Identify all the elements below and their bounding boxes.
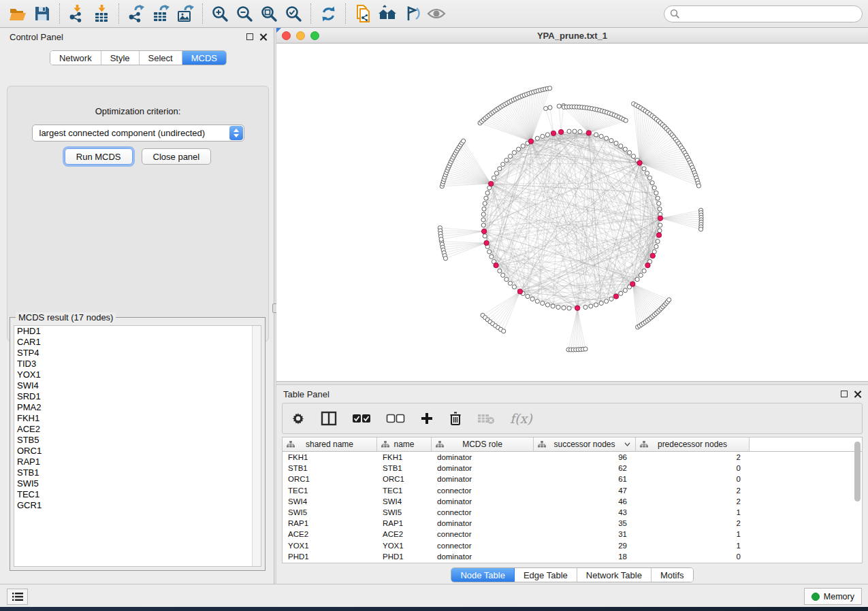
zoom-out-icon[interactable]: [232, 2, 257, 25]
select-all-checkboxes-icon[interactable]: [352, 414, 371, 423]
zoom-in-icon[interactable]: [208, 2, 232, 25]
hide-selected-icon[interactable]: [400, 2, 424, 25]
frame-resize-corner[interactable]: [276, 28, 281, 33]
task-history-button[interactable]: [7, 589, 28, 605]
tab-edge-table[interactable]: Edge Table: [515, 568, 577, 582]
network-node: [484, 196, 488, 200]
tab-network[interactable]: Network: [50, 51, 101, 65]
table-row[interactable]: RAP1RAP1dominator352: [283, 518, 862, 529]
mcds-result-item[interactable]: PHD1: [14, 326, 261, 337]
mcds-result-item[interactable]: RAP1: [14, 457, 261, 467]
table-scrollbar[interactable]: [854, 442, 861, 501]
mcds-result-item[interactable]: SWI4: [14, 380, 261, 391]
cell-MCDS-role: dominator: [432, 475, 534, 483]
network-node: [583, 347, 588, 351]
tab-style[interactable]: Style: [101, 51, 140, 65]
memory-button[interactable]: Memory: [804, 588, 862, 605]
zoom-selected-icon[interactable]: [281, 2, 306, 25]
close-panel-icon[interactable]: [259, 33, 267, 41]
mcds-result-list[interactable]: PHD1CAR1STP4TID3YOX1SWI4SRD1PMA2FKH1ACE2…: [14, 325, 261, 567]
network-graph-canvas[interactable]: [276, 44, 868, 381]
table-row[interactable]: SWI4SWI4dominator462: [283, 496, 862, 507]
tab-mcds[interactable]: MCDS: [182, 51, 226, 65]
network-node: [599, 134, 603, 138]
mcds-result-item[interactable]: STB5: [14, 435, 261, 446]
network-node: [501, 162, 505, 166]
mcds-result-item[interactable]: SWI5: [14, 478, 261, 489]
column-header-successor-nodes[interactable]: successor nodes: [534, 437, 636, 451]
table-row[interactable]: YOX1YOX1connector291: [283, 540, 862, 551]
list-icon: [12, 592, 24, 601]
import-network-icon[interactable]: [65, 2, 89, 25]
mcds-result-item[interactable]: TID3: [14, 359, 261, 369]
criterion-select[interactable]: largest connected component (undirected): [32, 125, 244, 142]
mcds-result-item[interactable]: STB1: [14, 467, 261, 478]
mcds-result-item[interactable]: ORC1: [14, 446, 261, 457]
close-window-icon[interactable]: [282, 31, 291, 40]
tab-network-table[interactable]: Network Table: [577, 568, 652, 582]
mcds-result-item[interactable]: TEC1: [14, 489, 261, 500]
delete-column-trash-icon[interactable]: [449, 411, 462, 426]
first-neighbors-icon[interactable]: [375, 2, 400, 25]
close-panel-icon[interactable]: [854, 391, 861, 398]
table-row[interactable]: SWI5SWI5connector431: [283, 507, 862, 518]
mcds-result-item[interactable]: YOX1: [14, 369, 261, 380]
clone-network-icon[interactable]: [351, 2, 375, 25]
mcds-result-item[interactable]: STP4: [14, 348, 261, 359]
tab-select[interactable]: Select: [140, 51, 182, 65]
column-header-predecessor-nodes[interactable]: predecessor nodes: [636, 437, 750, 451]
cell-shared-name: FKH1: [283, 453, 377, 461]
network-node: [498, 167, 502, 171]
mcds-list-scrollbar[interactable]: [252, 326, 261, 566]
zoom-fit-icon[interactable]: [257, 2, 281, 25]
network-node: [657, 201, 661, 205]
mcds-result-item[interactable]: CAR1: [14, 337, 261, 348]
open-file-icon[interactable]: [5, 2, 30, 25]
mcds-result-item[interactable]: ACE2: [14, 424, 261, 435]
delete-table-icon[interactable]: [477, 412, 495, 425]
refresh-icon[interactable]: [316, 2, 340, 25]
add-column-icon[interactable]: [420, 412, 434, 425]
mcds-result-item[interactable]: FKH1: [14, 413, 261, 424]
network-node: [623, 147, 627, 151]
mcds-result-item[interactable]: PMA2: [14, 402, 261, 413]
toolbar-separator: [310, 3, 311, 24]
export-network-icon[interactable]: [124, 2, 148, 25]
mcds-result-item[interactable]: SRD1: [14, 391, 261, 402]
network-node: [647, 176, 652, 180]
network-node: [512, 150, 516, 154]
function-builder-icon[interactable]: f(x): [510, 411, 532, 426]
import-table-icon[interactable]: [89, 2, 114, 25]
cell-MCDS-role: dominator: [432, 453, 534, 461]
table-row[interactable]: TEC1TEC1connector472: [283, 485, 862, 496]
table-row[interactable]: PHD1PHD1dominator180: [283, 551, 862, 562]
close-panel-button[interactable]: Close panel: [142, 148, 212, 165]
show-hidden-eye-icon[interactable]: [424, 2, 449, 25]
column-header-name[interactable]: name: [377, 437, 432, 451]
export-image-icon[interactable]: [173, 2, 197, 25]
search-input[interactable]: [684, 9, 856, 18]
maximize-window-icon[interactable]: [310, 31, 319, 40]
run-mcds-button[interactable]: Run MCDS: [65, 148, 133, 165]
mcds-result-item[interactable]: GCR1: [14, 500, 261, 511]
save-icon[interactable]: [30, 2, 54, 25]
status-bar: Memory: [0, 584, 868, 607]
float-window-icon[interactable]: [841, 391, 848, 397]
minimize-window-icon[interactable]: [296, 31, 305, 40]
float-window-icon[interactable]: [246, 33, 253, 40]
column-header-shared-name[interactable]: shared name: [283, 437, 377, 451]
table-row[interactable]: ORC1ORC1dominator610: [283, 474, 862, 484]
split-columns-icon[interactable]: [321, 411, 337, 426]
table-row[interactable]: ACE2ACE2connector311: [283, 529, 862, 540]
toolbar-separator: [345, 3, 346, 24]
table-row[interactable]: FKH1FKH1dominator962: [283, 452, 862, 463]
network-node: [698, 227, 703, 231]
deselect-all-checkboxes-icon[interactable]: [386, 414, 405, 423]
tab-node-table[interactable]: Node Table: [451, 568, 515, 582]
column-header-MCDS-role[interactable]: MCDS role: [432, 437, 534, 451]
table-row[interactable]: STB1STB1dominator620: [283, 463, 862, 474]
network-view-window: YPA_prune.txt_1: [276, 28, 868, 381]
tab-motifs[interactable]: Motifs: [652, 568, 693, 582]
export-table-icon[interactable]: [148, 2, 173, 25]
table-settings-gear-icon[interactable]: [291, 411, 306, 426]
